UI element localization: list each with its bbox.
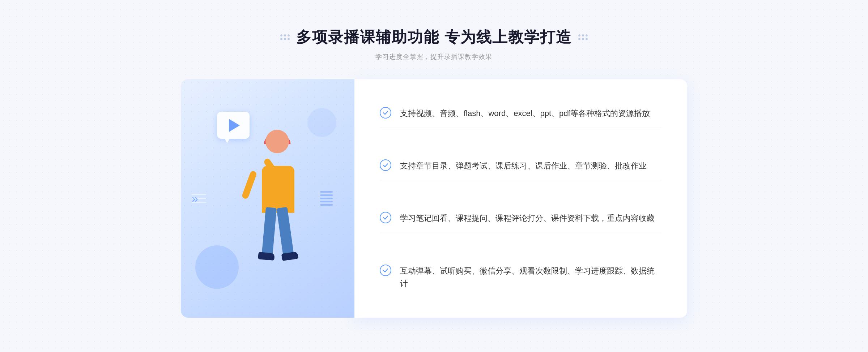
person-shoe-left [258,252,275,261]
feature-item-2: 支持章节目录、弹题考试、课后练习、课后作业、章节测验、批改作业 [380,151,662,180]
right-dots-decoration [578,34,588,40]
feature-item-3: 学习笔记回看、课程提问、课程评论打分、课件资料下载，重点内容收藏 [380,204,662,233]
left-dots-decoration [280,34,290,40]
feature-text-4: 互动弹幕、试听购买、微信分享、观看次数限制、学习进度跟踪、数据统计 [400,265,662,290]
checkmark-svg-2 [382,162,389,168]
feature-item-1: 支持视频、音频、flash、word、excel、ppt、pdf等各种格式的资源… [380,99,662,128]
feature-text-2: 支持章节目录、弹题考试、课后练习、课后作业、章节测验、批改作业 [400,159,647,172]
check-icon-2 [380,159,391,171]
person-leg-right [276,207,294,259]
illustration-card [181,79,354,318]
circle-decoration-1 [195,245,239,289]
check-icon-4 [380,265,391,276]
feature-text-3: 学习笔记回看、课程提问、课程评论打分、课件资料下载，重点内容收藏 [400,212,655,224]
page-title: 多项录播课辅助功能 专为线上教学打造 [296,27,572,47]
person-head [265,130,289,153]
feature-text-1: 支持视频、音频、flash、word、excel、ppt、pdf等各种格式的资源… [400,107,650,120]
person-illustration [244,130,323,318]
person-arm-left [241,170,257,199]
content-area: » [181,79,687,318]
features-panel: 支持视频、音频、flash、word、excel、ppt、pdf等各种格式的资源… [354,79,687,318]
title-row: 多项录播课辅助功能 专为线上教学打造 [280,27,588,47]
header-section: 多项录播课辅助功能 专为线上教学打造 学习进度全掌握，提升录播课教学效果 [280,27,588,61]
page-wrapper: 多项录播课辅助功能 专为线上教学打造 学习进度全掌握，提升录播课教学效果 » [0,0,868,352]
checkmark-svg-1 [382,110,389,116]
play-icon [229,119,240,132]
check-icon-3 [380,212,391,223]
left-arrow-decoration: » [192,192,198,205]
page-subtitle: 学习进度全掌握，提升录播课教学效果 [280,52,588,61]
checkmark-svg-3 [382,214,389,221]
person-leg-left [261,207,277,258]
checkmark-svg-4 [382,267,389,274]
feature-item-4: 互动弹幕、试听购买、微信分享、观看次数限制、学习进度跟踪、数据统计 [380,257,662,298]
check-icon-1 [380,107,391,119]
